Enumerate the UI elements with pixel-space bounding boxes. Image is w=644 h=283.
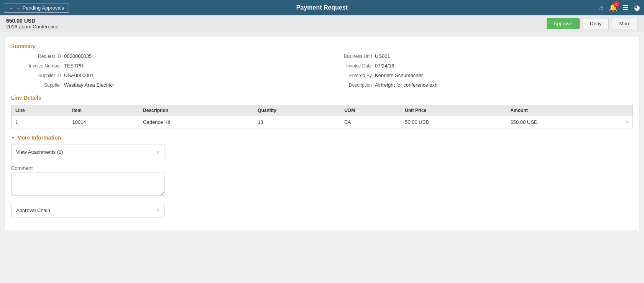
top-bar: ← ← Pending Approvals Payment Request ⌂ … [0,0,644,15]
business-unit-value: US001 [375,53,390,59]
home-button[interactable]: ⌂ [599,4,603,12]
compass-icon: ◕ [634,4,640,12]
cell-unit-price: 50.00 USD [401,116,506,128]
sub-header-info: 650.00 USD 2016 Zoom Conference [6,18,59,30]
business-unit-label: Business Unit [322,54,372,59]
summary-right: Business Unit US001 Invoice Date 07/24/1… [322,53,633,88]
line-details-table: Line Item Description Quantity UOM Unit … [11,105,633,128]
top-bar-actions: ⌂ 🔔 4 ☰ ◕ [599,3,640,12]
comment-textarea[interactable] [11,173,164,196]
approval-chain-chevron-icon: > [156,207,159,213]
pending-approvals-button[interactable]: ← ← Pending Approvals [4,3,69,13]
supplier-label: Supplier [11,82,61,88]
invoice-number-row: Invoice Number TESTPR [11,63,322,69]
home-icon: ⌂ [599,4,603,12]
entered-by-label: Entered By [322,73,372,78]
approval-chain-row[interactable]: Approval Chain > [11,203,164,217]
request-id-value: 0000000035 [64,53,92,59]
cell-item: 10014 [68,116,139,128]
col-item: Item [68,105,139,116]
chevron-right-icon: > [156,149,159,155]
supplier-id-value: USA0000001 [64,72,94,78]
chevron-down-icon: ▼ [11,136,15,140]
deny-button[interactable]: Deny [583,18,609,29]
business-unit-row: Business Unit US001 [322,53,633,59]
col-line: Line [12,105,69,116]
cell-uom: EA [340,116,401,128]
table-header-row: Line Item Description Quantity UOM Unit … [12,105,633,116]
summary-section-title: Summary [11,43,633,49]
col-amount: Amount [506,105,621,116]
request-id-row: Request ID 0000000035 [11,53,322,59]
compass-button[interactable]: ◕ [634,3,640,12]
table-row[interactable]: 1 10014 Cadence Kit 13 EA 50.00 USD 650.… [12,116,633,128]
summary-grid: Request ID 0000000035 Invoice Number TES… [11,53,633,88]
main-content: Summary Request ID 0000000035 Invoice Nu… [5,37,639,230]
more-info-title[interactable]: ▼ More Information [11,135,633,141]
cell-description: Cadence Kit [139,116,254,128]
invoice-number-label: Invoice Number [11,63,61,69]
col-uom: UOM [340,105,401,116]
request-id-label: Request ID [11,54,61,59]
entered-by-row: Entered By Kenneth Schumacher [322,72,633,78]
line-details-title: Line Details [11,95,633,101]
comment-label: Comment [11,165,164,171]
invoice-date-label: Invoice Date [322,63,372,69]
row-expand-icon[interactable]: > [621,116,633,128]
page-title: Payment Request [296,4,348,11]
more-button[interactable]: More [612,18,638,29]
description-value: Airfreight for conference exh [375,82,437,88]
summary-left: Request ID 0000000035 Invoice Number TES… [11,53,322,88]
col-unit-price: Unit Price [401,105,506,116]
col-spacer [621,105,633,116]
description-label: Description [322,82,372,88]
comment-section: Comment [11,165,164,197]
action-buttons: Approve Deny More [547,18,638,29]
notification-badge: 4 [613,1,619,7]
col-description: Description [139,105,254,116]
cell-amount: 650.00 USD [506,116,621,128]
more-info-label: More Information [17,135,61,141]
description-row: Description Airfreight for conference ex… [322,82,633,88]
supplier-row: Supplier Westbay Area Electric- [11,82,322,88]
back-arrow-icon: ← [9,5,14,11]
approve-button[interactable]: Approve [547,18,580,29]
entered-by-value: Kenneth Schumacher [375,72,423,78]
cell-line: 1 [12,116,69,128]
amount-display: 650.00 USD [6,18,59,24]
approval-chain-label: Approval Chain [16,207,50,213]
sub-header: 650.00 USD 2016 Zoom Conference Approve … [0,15,644,32]
supplier-id-row: Supplier ID USA0000001 [11,72,322,78]
cell-quantity: 13 [254,116,340,128]
invoice-date-value: 07/24/16 [375,63,394,69]
conference-name: 2016 Zoom Conference [6,24,59,30]
supplier-value: Westbay Area Electric- [64,82,114,88]
line-details-section: Line Details Line Item Description Quant… [11,95,633,128]
notifications-button[interactable]: 🔔 4 [609,3,617,12]
attachments-label: View Attachments (1) [16,149,63,155]
supplier-id-label: Supplier ID [11,73,61,78]
menu-button[interactable]: ☰ [623,3,629,12]
more-info-section: ▼ More Information View Attachments (1) … [11,135,633,217]
col-quantity: Quantity [254,105,340,116]
invoice-number-value: TESTPR [64,63,84,69]
hamburger-icon: ☰ [623,4,629,12]
view-attachments-row[interactable]: View Attachments (1) > [11,145,164,159]
invoice-date-row: Invoice Date 07/24/16 [322,63,633,69]
pending-approvals-label: ← Pending Approvals [16,5,64,11]
